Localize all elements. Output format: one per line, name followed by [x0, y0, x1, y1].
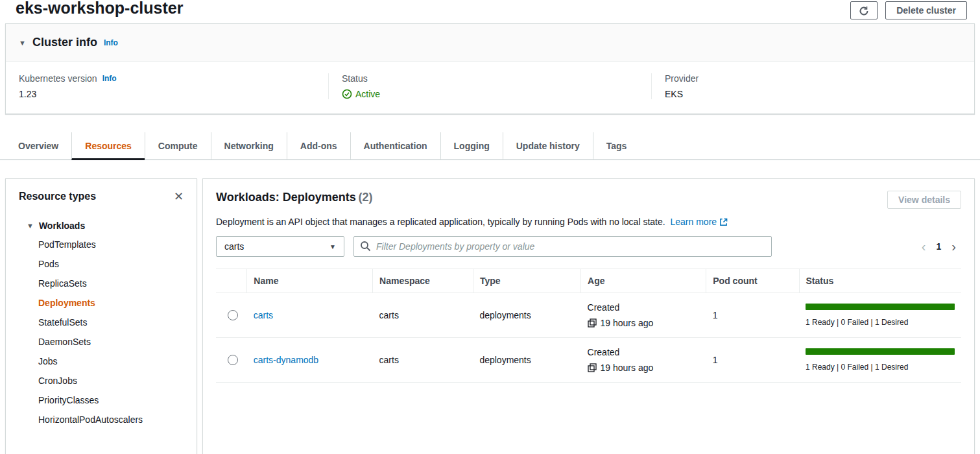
tab-authentication[interactable]: Authentication — [350, 132, 440, 160]
status-active-text: Active — [355, 89, 380, 99]
status-label: Status — [342, 73, 368, 84]
tab-add-ons[interactable]: Add-ons — [287, 132, 350, 160]
cluster-info-toggle[interactable]: ▼ Cluster info Info — [6, 24, 974, 62]
sidebar-item-statefulsets[interactable]: StatefulSets — [6, 313, 197, 332]
page-title: eks-workshop-cluster — [16, 0, 183, 18]
sidebar-item-replicasets[interactable]: ReplicaSets — [6, 274, 197, 293]
status-value: Active — [342, 89, 638, 99]
status-cell: 1 Ready | 0 Failed | 1 Desired — [799, 293, 961, 338]
deployments-panel: Workloads: Deployments (2) View details … — [202, 178, 975, 454]
sidebar-item-daemonsets[interactable]: DaemonSets — [6, 332, 197, 352]
resource-filter-dropdown[interactable]: carts ▼ — [216, 236, 344, 257]
age-time: 19 hours ago — [601, 318, 654, 328]
page-header: eks-workshop-cluster Delete cluster — [0, 0, 980, 23]
column-header-age: Age — [581, 269, 706, 293]
learn-more-link[interactable]: Learn more — [671, 217, 717, 227]
sidebar-item-pods[interactable]: Pods — [6, 254, 197, 274]
column-header-name: Name — [247, 269, 373, 293]
age-cell: Created 19 hours ago — [581, 293, 706, 338]
deployments-title: Workloads: Deployments — [216, 191, 356, 204]
tab-networking[interactable]: Networking — [211, 132, 287, 160]
status-active-check-icon — [342, 89, 352, 99]
cluster-info-body: Kubernetes version Info 1.23 Status Acti… — [6, 62, 974, 114]
timestamp-icon — [588, 363, 597, 372]
refresh-button[interactable] — [850, 1, 878, 19]
table-row: carts carts deployments Created — [216, 293, 961, 338]
type-cell: deployments — [473, 338, 580, 383]
sidebar-item-jobs[interactable]: Jobs — [6, 352, 197, 371]
sidebar-item-priorityclasses[interactable]: PriorityClasses — [6, 390, 197, 410]
tab-update-history[interactable]: Update history — [503, 132, 593, 160]
next-page-icon[interactable]: › — [951, 240, 956, 253]
cluster-info-title: Cluster info — [32, 36, 97, 49]
deployment-link-carts-dynamodb[interactable]: carts-dynamodb — [254, 355, 318, 365]
pod-count-cell: 1 — [706, 293, 799, 338]
age-time: 19 hours ago — [601, 363, 654, 373]
refresh-icon — [859, 6, 869, 16]
pagination: ‹ 1 › — [922, 240, 961, 253]
cluster-info-panel: ▼ Cluster info Info Kubernetes version I… — [5, 23, 975, 114]
age-created-label: Created — [588, 347, 700, 357]
provider-label: Provider — [665, 73, 699, 84]
provider-value: EKS — [665, 89, 961, 99]
sidebar-item-cronjobs[interactable]: CronJobs — [6, 371, 197, 390]
sidebar-item-horizontalpodautoscalers[interactable]: HorizontalPodAutoscalers — [6, 410, 197, 429]
sidebar-item-podtemplates[interactable]: PodTemplates — [6, 235, 197, 254]
workloads-group-label: Workloads — [39, 221, 85, 231]
search-icon — [360, 241, 371, 252]
row-radio-carts-dynamodb[interactable] — [228, 355, 238, 365]
tab-tags[interactable]: Tags — [593, 132, 640, 160]
tab-resources[interactable]: Resources — [71, 132, 145, 160]
tab-bar: Overview Resources Compute Networking Ad… — [0, 132, 980, 160]
tree-group-workloads[interactable]: ▼ Workloads — [6, 217, 197, 235]
deployment-link-carts[interactable]: carts — [254, 310, 273, 320]
kubernetes-version-field: Kubernetes version Info 1.23 — [6, 73, 329, 99]
table-row: carts-dynamodb carts deployments Created — [216, 338, 961, 383]
kubernetes-version-info-link[interactable]: Info — [102, 74, 117, 83]
select-column-header — [216, 269, 247, 293]
delete-cluster-button[interactable]: Delete cluster — [885, 1, 967, 19]
resource-types-panel: Resource types ✕ ▼ Workloads PodTemplate… — [5, 178, 197, 454]
age-cell: Created 19 hours ago — [581, 338, 706, 383]
deployments-count: (2) — [359, 191, 373, 204]
age-created-label: Created — [588, 302, 700, 313]
filter-row: carts ▼ ‹ 1 › — [216, 236, 961, 257]
table-header-row: Name Namespace Type Age Pod count Status — [216, 269, 961, 293]
status-summary: 1 Ready | 0 Failed | 1 Desired — [806, 318, 955, 327]
cluster-info-info-link[interactable]: Info — [104, 38, 118, 47]
status-progress-bar — [806, 348, 955, 355]
resource-tree: ▼ Workloads PodTemplates Pods ReplicaSet… — [6, 211, 197, 429]
status-field: Status Active — [329, 73, 652, 99]
deployments-description: Deployment is an API object that manages… — [216, 217, 961, 227]
deployments-heading: Workloads: Deployments (2) — [216, 191, 373, 204]
column-header-namespace: Namespace — [373, 269, 473, 293]
external-link-icon — [719, 218, 728, 226]
column-header-pod-count: Pod count — [706, 269, 799, 293]
row-radio-carts[interactable] — [228, 310, 238, 320]
timestamp-icon — [588, 318, 597, 328]
status-progress-bar — [806, 304, 955, 310]
status-summary: 1 Ready | 0 Failed | 1 Desired — [806, 363, 955, 372]
view-details-button[interactable]: View details — [887, 191, 961, 209]
collapse-caret-icon: ▼ — [19, 39, 26, 47]
tab-overview[interactable]: Overview — [5, 132, 71, 160]
current-page[interactable]: 1 — [937, 241, 942, 252]
type-cell: deployments — [473, 293, 580, 338]
tab-compute[interactable]: Compute — [145, 132, 211, 160]
column-header-type: Type — [473, 269, 580, 293]
kubernetes-version-value: 1.23 — [19, 89, 315, 99]
deployments-table: Name Namespace Type Age Pod count Status… — [216, 269, 961, 383]
content-area: Resource types ✕ ▼ Workloads PodTemplate… — [0, 178, 980, 454]
status-cell: 1 Ready | 0 Failed | 1 Desired — [799, 338, 961, 383]
sidebar-item-deployments[interactable]: Deployments — [6, 293, 197, 313]
column-header-status: Status — [799, 269, 961, 293]
search-input[interactable] — [353, 236, 772, 257]
resource-types-title: Resource types — [19, 191, 96, 202]
previous-page-icon[interactable]: ‹ — [922, 240, 926, 253]
namespace-cell: carts — [373, 338, 473, 383]
namespace-cell: carts — [373, 293, 473, 338]
kubernetes-version-label: Kubernetes version — [19, 73, 97, 84]
search-box — [353, 236, 772, 257]
tab-logging[interactable]: Logging — [440, 132, 503, 160]
close-icon[interactable]: ✕ — [174, 191, 184, 202]
